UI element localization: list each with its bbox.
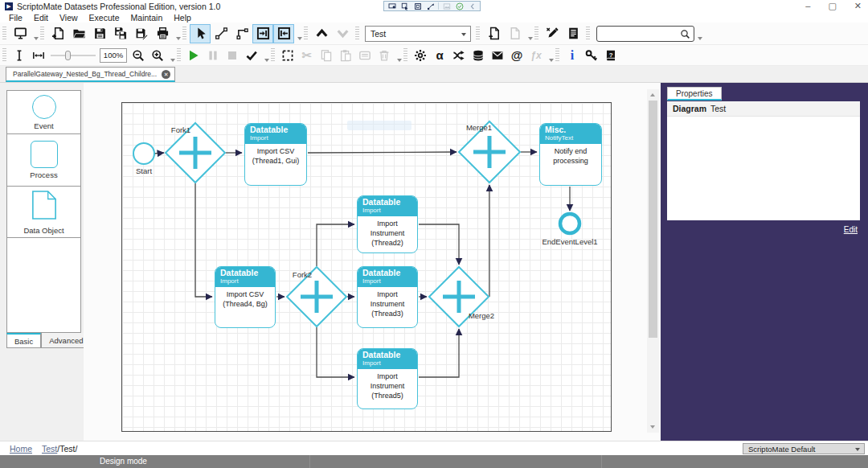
connector-dt1-to-merge1[interactable]	[308, 152, 457, 153]
connector-dt5-to-merge2[interactable]	[419, 329, 459, 377]
zoom-value-box[interactable]: 100%	[100, 48, 127, 63]
palette-item-data-object[interactable]: Data Object	[7, 187, 80, 238]
help-button[interactable]: ?	[601, 47, 620, 64]
diagram-selector[interactable]: Test	[365, 26, 471, 42]
connector-dt2-to-merge2[interactable]	[419, 224, 459, 265]
tab-properties[interactable]: Properties	[667, 87, 722, 101]
scroll-down-icon[interactable]	[650, 425, 655, 429]
breadcrumb-home-link[interactable]: Home	[10, 444, 32, 454]
scrollbar-thumb[interactable]	[649, 101, 657, 338]
task-dt5[interactable]: DatatableImportImport Instrument (Thread…	[357, 348, 418, 409]
task-header: DatatableImport	[215, 267, 275, 287]
menu-maintain[interactable]: Maintain	[125, 13, 169, 23]
search-input[interactable]	[600, 27, 677, 40]
open-button[interactable]	[68, 24, 89, 43]
minimize-button[interactable]: –	[805, 0, 810, 12]
diagram-canvas[interactable]: StartFork1DatatableImportImport CSV (Thr…	[84, 83, 661, 441]
line-connector-button[interactable]	[211, 24, 231, 43]
elbow-connector-button[interactable]	[231, 24, 252, 43]
overflow-chevron-icon[interactable]	[549, 59, 554, 62]
save-as-button[interactable]	[131, 24, 152, 43]
palette-item-process[interactable]: Process	[7, 134, 80, 187]
connector-start-to-fork1[interactable]	[154, 153, 164, 154]
overflow-chevron-icon[interactable]	[397, 59, 402, 62]
spacing-button[interactable]	[29, 47, 48, 64]
move-up-button[interactable]	[311, 24, 332, 43]
add-page-button[interactable]	[483, 24, 504, 43]
edit-link[interactable]: Edit	[844, 225, 858, 234]
save-all-button[interactable]	[110, 24, 131, 43]
menu-file[interactable]: File	[3, 13, 28, 23]
settings-button[interactable]	[411, 47, 430, 64]
license-button[interactable]	[582, 47, 601, 64]
menu-execute[interactable]: Execute	[84, 13, 125, 23]
chevron-up-icon	[315, 27, 329, 40]
select-tool-button[interactable]	[190, 24, 211, 43]
diagram-page[interactable]: StartFork1DatatableImportImport CSV (Thr…	[121, 102, 612, 432]
collapse-right-button[interactable]	[252, 24, 273, 43]
overflow-chevron-icon[interactable]	[170, 59, 175, 62]
database-button[interactable]	[469, 47, 488, 64]
palette-tab-basic[interactable]: Basic	[6, 333, 41, 348]
save-button[interactable]	[89, 24, 110, 43]
profile-select[interactable]: ScriptoMate Default	[743, 443, 865, 454]
collapse-left-button[interactable]	[273, 24, 294, 43]
marquee-select-button[interactable]	[278, 47, 297, 64]
zoom-slider[interactable]	[51, 47, 96, 64]
breadcrumb-test-link[interactable]: Test	[42, 444, 57, 454]
close-button[interactable]: ✕	[854, 0, 862, 12]
collapse-icon[interactable]	[466, 2, 478, 10]
connector-fork1-to-dt3[interactable]	[195, 183, 212, 297]
palette-item-event[interactable]: Event	[7, 91, 80, 134]
check-circle-icon[interactable]	[453, 2, 465, 10]
start-event-start[interactable]	[133, 143, 154, 164]
image-icon[interactable]	[440, 2, 452, 10]
clipboard-group: ✂	[276, 45, 395, 65]
mapping-button[interactable]	[449, 47, 469, 64]
slider-thumb[interactable]	[65, 51, 71, 60]
vertical-scrollbar[interactable]	[647, 89, 659, 433]
transform-icon[interactable]	[424, 2, 436, 10]
report-button[interactable]	[563, 24, 583, 43]
overflow-chevron-icon[interactable]	[297, 37, 302, 40]
titlebar: ▶ ScriptoMate Datasets Professional Edit…	[0, 0, 868, 12]
menu-edit[interactable]: Edit	[28, 13, 54, 23]
tab-document[interactable]: ParallelGateway_Nested_Bg_Thread_Childre…	[6, 67, 175, 82]
menu-view[interactable]: View	[54, 13, 84, 23]
scroll-up-icon[interactable]	[650, 93, 655, 96]
overflow-chevron-icon[interactable]	[34, 37, 39, 40]
display-target-button[interactable]	[10, 24, 31, 43]
edit-script-button[interactable]	[542, 24, 563, 43]
maximize-button[interactable]: ▢	[828, 0, 836, 12]
end-event-end1[interactable]	[560, 214, 579, 233]
overflow-chevron-icon[interactable]	[698, 37, 702, 40]
run-button[interactable]	[184, 47, 203, 64]
task-dt2[interactable]: DatatableImportImport Instrument (Thread…	[357, 195, 418, 253]
zoom-out-button[interactable]	[129, 47, 148, 64]
zoom-in-button[interactable]	[148, 47, 167, 64]
connector-fork2-to-dt2[interactable]	[317, 224, 354, 266]
screen-record-icon[interactable]	[386, 2, 398, 10]
marquee-icon	[281, 49, 294, 62]
overflow-chevron-icon[interactable]	[176, 37, 181, 40]
new-button[interactable]	[47, 24, 68, 43]
validate-button[interactable]	[242, 47, 261, 64]
mail-button[interactable]	[488, 47, 507, 64]
mention-button[interactable]: @	[507, 47, 526, 64]
task-dt4[interactable]: DatatableImportImport Instrument (Thread…	[357, 266, 418, 328]
text-tool-button[interactable]	[10, 47, 29, 64]
task-dt1[interactable]: DatatableImportImport CSV (Thread1, Gui)	[244, 123, 307, 186]
connector-fork2-to-dt5[interactable]	[317, 327, 354, 377]
select-window-icon[interactable]	[399, 2, 411, 10]
overflow-chevron-icon[interactable]	[264, 59, 269, 62]
variables-button[interactable]: α	[430, 47, 449, 64]
menu-help[interactable]: Help	[168, 13, 197, 23]
task-misc[interactable]: Misc.NotifyTextNotify end processing	[539, 123, 602, 186]
function-button: ƒx	[526, 47, 546, 64]
info-button[interactable]: i	[563, 47, 582, 64]
task-dt3[interactable]: DatatableImportImport CSV (Thread4, Bg)	[215, 266, 276, 328]
close-icon[interactable]: ✕	[162, 70, 170, 79]
print-button[interactable]	[152, 24, 173, 43]
region-icon[interactable]	[411, 2, 424, 10]
overflow-chevron-icon[interactable]	[528, 37, 533, 40]
